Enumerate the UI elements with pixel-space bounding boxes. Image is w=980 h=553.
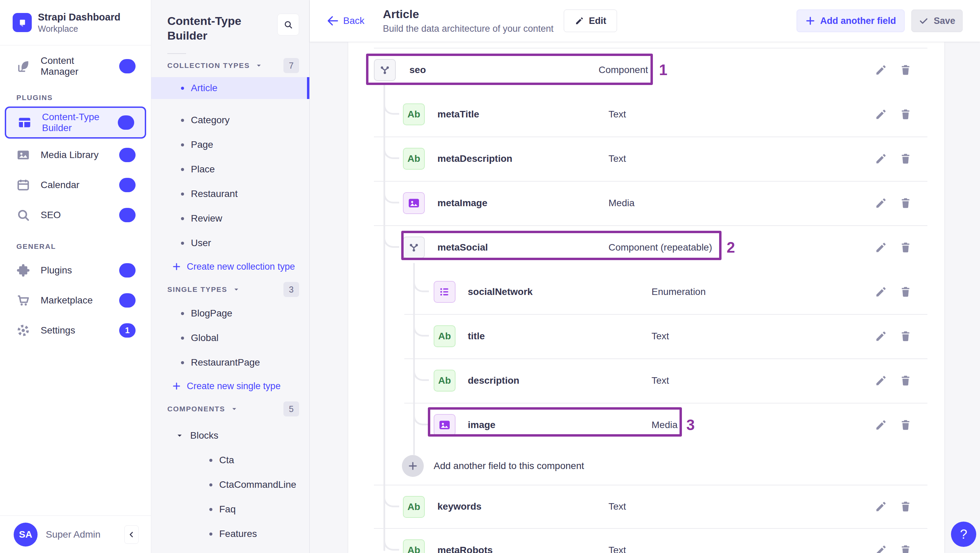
field-type: Component [598, 65, 648, 75]
edit-field-button[interactable] [875, 330, 888, 343]
field-row-metaSocial: metaSocial Component (repeatable) 2 [348, 225, 944, 270]
delete-field-button[interactable] [899, 330, 912, 343]
sidebar-item-marketplace[interactable]: Marketplace [5, 285, 146, 315]
plus-icon[interactable] [402, 455, 424, 477]
delete-field-button[interactable] [899, 197, 912, 210]
field-name: seo [409, 65, 426, 75]
puzzle-icon [15, 263, 31, 278]
component-group-blocks[interactable]: Blocks [151, 423, 309, 448]
component-icon [374, 59, 396, 81]
edit-field-button[interactable] [875, 285, 888, 298]
search-icon [283, 19, 293, 30]
divider [404, 358, 928, 359]
edit-field-button[interactable] [875, 108, 888, 121]
picture-icon [15, 148, 31, 162]
search-icon [15, 208, 31, 222]
subnav-item-article[interactable]: Article [151, 77, 309, 99]
edit-field-button[interactable] [875, 197, 888, 210]
count-badge: 7 [283, 58, 299, 73]
subnav-item-restaurant[interactable]: Restaurant [151, 181, 309, 206]
plus-icon [172, 381, 181, 391]
subnav-item-place[interactable]: Place [151, 157, 309, 181]
notification-badge [119, 148, 135, 162]
section-single-types[interactable]: SINGLE TYPES 3 [167, 282, 299, 297]
delete-field-button[interactable] [899, 64, 912, 76]
subnav-item-category[interactable]: Category [151, 108, 309, 132]
divider [374, 225, 928, 226]
field-type: Text [608, 545, 626, 553]
field-row-metaRobots: Ab metaRobots Text [348, 528, 944, 553]
sidebar-item-calendar[interactable]: Calendar [5, 170, 146, 200]
sidebar-item-content-type-builder[interactable]: Content-Type Builder [5, 106, 146, 138]
edit-field-button[interactable] [875, 152, 888, 165]
sidebar-item-content-manager[interactable]: Content Manager [5, 51, 146, 81]
feather-icon [15, 59, 31, 74]
edit-button[interactable]: Edit [564, 10, 617, 32]
page-title: Article [383, 8, 554, 21]
add-another-field-button[interactable]: Add another field [797, 10, 905, 32]
subnav-item-blogpage[interactable]: BlogPage [151, 301, 309, 326]
sidebar-item-media-library[interactable]: Media Library [5, 140, 146, 170]
section-collection-types[interactable]: COLLECTION TYPES 7 [167, 58, 299, 73]
edit-field-button[interactable] [875, 500, 888, 513]
notification-badge [118, 115, 134, 130]
avatar[interactable]: SA [14, 523, 38, 547]
section-components[interactable]: COMPONENTS 5 [167, 401, 299, 416]
field-type: Text [652, 331, 669, 342]
workspace-title: Strapi Dashboard [38, 11, 121, 23]
pencil-icon [875, 374, 888, 387]
subnav-item-review[interactable]: Review [151, 206, 309, 231]
search-button[interactable] [277, 14, 299, 35]
delete-field-button[interactable] [899, 241, 912, 254]
edit-field-button[interactable] [875, 544, 888, 553]
edit-field-button[interactable] [875, 64, 888, 76]
back-link[interactable]: Back [326, 14, 364, 27]
collapse-sidebar-button[interactable] [124, 525, 138, 544]
delete-field-button[interactable] [899, 418, 912, 431]
subnav-item-user[interactable]: User [151, 231, 309, 255]
delete-field-button[interactable] [899, 374, 912, 387]
delete-field-button[interactable] [899, 285, 912, 298]
field-name: metaRobots [438, 545, 493, 553]
subnav-item-global[interactable]: Global [151, 326, 309, 350]
page-subtitle: Build the data architecture of your cont… [383, 24, 554, 34]
subnav-item-restaurantpage[interactable]: RestaurantPage [151, 350, 309, 375]
delete-field-button[interactable] [899, 152, 912, 165]
divider [167, 53, 186, 54]
edit-field-button[interactable] [875, 418, 888, 431]
annotation-number: 3 [686, 416, 695, 434]
save-button[interactable]: Save [912, 10, 963, 32]
create-single-type-link[interactable]: Create new single type [151, 375, 309, 397]
help-button[interactable]: ? [951, 521, 976, 547]
check-icon [918, 16, 929, 26]
bullet-icon [181, 312, 184, 315]
bullet-icon [181, 119, 184, 122]
add-field-to-component-row[interactable]: Add another field to this component [348, 447, 944, 485]
subnav-item-faq[interactable]: Faq [151, 497, 309, 521]
subnav-item-ctacommandline[interactable]: CtaCommandLine [151, 472, 309, 497]
delete-field-button[interactable] [899, 500, 912, 513]
create-collection-type-link[interactable]: Create new collection type [151, 255, 309, 278]
delete-field-button[interactable] [899, 544, 912, 553]
field-name: metaSocial [438, 242, 488, 253]
subnav-item-features[interactable]: Features [151, 521, 309, 546]
pencil-icon [875, 544, 888, 553]
user-name: Super Admin [46, 529, 100, 540]
edit-field-button[interactable] [875, 374, 888, 387]
pencil-icon [875, 108, 888, 121]
bullet-icon [209, 508, 212, 511]
field-row-metaImage: metaImage Media [348, 181, 944, 225]
delete-field-button[interactable] [899, 108, 912, 121]
bullet-icon [181, 168, 184, 171]
sidebar-item-settings[interactable]: Settings 1 [5, 315, 146, 345]
field-row-title: Ab title Text [348, 314, 944, 358]
subnav-item-page[interactable]: Page [151, 132, 309, 157]
subnav-item-cta[interactable]: Cta [151, 448, 309, 472]
field-row-metaDescription: Ab metaDescription Text [348, 137, 944, 181]
field-row-socialNetwork: socialNetwork Enumeration [348, 270, 944, 314]
chevron-left-icon [127, 530, 136, 539]
sidebar-item-seo[interactable]: SEO [5, 200, 146, 230]
edit-field-button[interactable] [875, 241, 888, 254]
bullet-icon [209, 483, 212, 486]
sidebar-item-plugins[interactable]: Plugins [5, 255, 146, 285]
